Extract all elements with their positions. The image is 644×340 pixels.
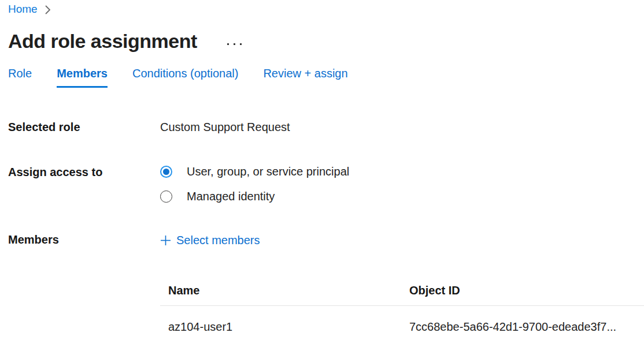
tab-members[interactable]: Members — [57, 66, 108, 88]
title-row: Add role assignment — [8, 28, 644, 54]
chevron-right-icon — [45, 5, 51, 15]
radio-dot — [163, 169, 169, 175]
member-name-cell: az104-user1 — [168, 320, 409, 334]
breadcrumb-home-link[interactable]: Home — [8, 3, 38, 16]
members-table-header: Name Object ID — [160, 283, 644, 306]
tab-role[interactable]: Role — [8, 66, 32, 88]
tab-bar: Role Members Conditions (optional) Revie… — [8, 66, 644, 88]
tab-conditions-optional[interactable]: Conditions (optional) — [132, 66, 238, 88]
member-object-id-cell: 7cc68ebe-5a66-42d1-9700-edeade3f7... — [409, 320, 616, 334]
ellipsis-dot — [234, 43, 235, 45]
radio-button-unselected-icon — [160, 190, 172, 203]
members-row: Members Select members — [8, 232, 644, 248]
table-row[interactable]: az104-user1 7cc68ebe-5a66-42d1-9700-edea… — [160, 306, 644, 340]
tab-review-assign[interactable]: Review + assign — [263, 66, 347, 88]
column-header-name: Name — [168, 283, 409, 297]
radio-option-managed-identity[interactable]: Managed identity — [160, 188, 349, 204]
radio-option-user-group-service-principal[interactable]: User, group, or service principal — [160, 163, 349, 180]
breadcrumb: Home — [8, 2, 644, 17]
assign-access-to-row: Assign access to User, group, or service… — [8, 165, 644, 204]
add-role-assignment-page: Home Add role assignment Role Members Co… — [0, 0, 644, 340]
members-label: Members — [8, 232, 160, 248]
radio-option-label: User, group, or service principal — [187, 163, 349, 180]
more-options-icon[interactable] — [225, 41, 244, 47]
select-members-button[interactable]: Select members — [160, 232, 260, 248]
radio-button-selected-icon — [160, 166, 172, 178]
assign-access-radio-group: User, group, or service principal Manage… — [160, 163, 349, 204]
radio-option-label: Managed identity — [187, 188, 275, 204]
selected-role-label: Selected role — [8, 119, 160, 134]
select-members-label: Select members — [176, 232, 260, 248]
page-title: Add role assignment — [8, 28, 197, 54]
selected-role-row: Selected role Custom Support Request — [8, 119, 644, 134]
plus-icon — [160, 235, 171, 246]
selected-role-value: Custom Support Request — [160, 119, 290, 134]
ellipsis-dot — [240, 43, 242, 45]
members-table: Name Object ID az104-user1 7cc68ebe-5a66… — [160, 283, 644, 340]
ellipsis-dot — [227, 43, 229, 45]
column-header-object-id: Object ID — [409, 283, 460, 297]
assign-access-to-label: Assign access to — [8, 165, 160, 204]
